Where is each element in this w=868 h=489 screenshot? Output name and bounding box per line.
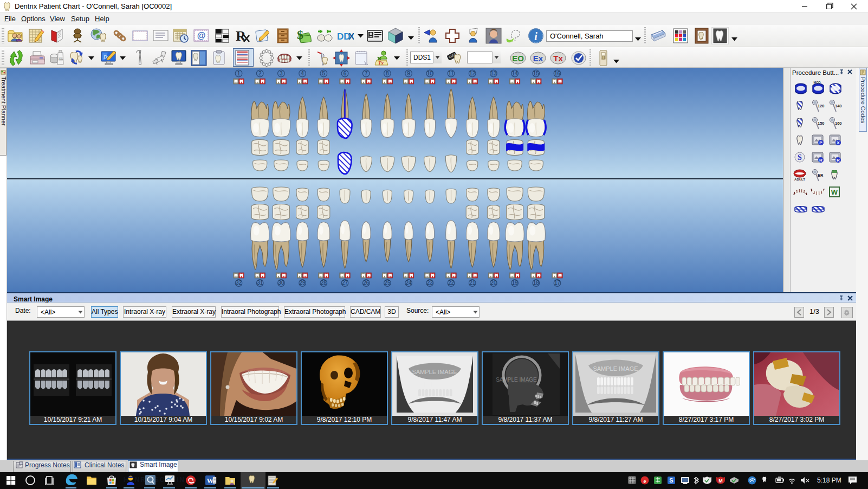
svg-text:S: S <box>669 477 673 484</box>
svg-text:e: e <box>644 478 646 484</box>
svg-text:5:18 PM: 5:18 PM <box>817 477 841 484</box>
svg-text:M: M <box>718 478 723 484</box>
